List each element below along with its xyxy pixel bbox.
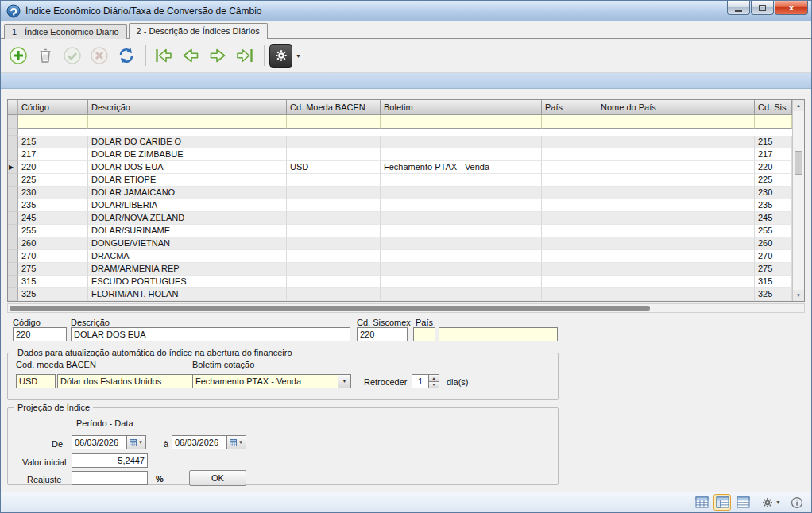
cell-cd_sis[interactable]: 255 — [755, 225, 792, 237]
cell-moeda_bacen[interactable] — [287, 288, 381, 301]
retroceder-stepper[interactable]: 1 ▲ ▼ — [412, 374, 439, 388]
cell-pais[interactable] — [542, 148, 597, 161]
cell-nome_pais[interactable] — [597, 263, 755, 276]
table-row-225[interactable]: 225DOLAR ETIOPE225 — [8, 174, 792, 187]
stepper-up-icon[interactable]: ▲ — [429, 374, 439, 382]
statusbar-settings-button[interactable]: ▼ — [761, 496, 781, 509]
cell-cd_sis[interactable]: 215 — [755, 136, 792, 148]
view-grid-button[interactable] — [693, 494, 710, 511]
cell-codigo[interactable]: 260 — [18, 237, 88, 250]
cell-cd_sis[interactable]: 230 — [755, 187, 792, 199]
column-header-boletim[interactable]: Boletim — [381, 100, 542, 115]
cell-pais[interactable] — [542, 276, 597, 288]
cell-nome_pais[interactable] — [597, 225, 755, 237]
table-row-235[interactable]: 235DOLAR/LIBERIA235 — [8, 199, 792, 212]
cell-pais[interactable] — [542, 225, 597, 237]
cell-descricao[interactable]: ESCUDO PORTUGUES — [88, 276, 287, 288]
table-row-260[interactable]: 260DONGUE/VIETNAN260 — [8, 237, 792, 250]
cell-cd_sis[interactable]: 245 — [755, 212, 792, 225]
cell-boletim[interactable] — [381, 136, 542, 148]
date-from-button[interactable]: ▼ — [127, 435, 146, 449]
cell-codigo[interactable]: 217 — [18, 148, 88, 161]
cell-descricao[interactable]: DOLAR/SURINAME — [88, 225, 287, 237]
close-button[interactable]: × — [775, 1, 808, 15]
boletim-value[interactable]: Fechamento PTAX - Venda — [192, 374, 338, 388]
cell-cd_sis[interactable]: 235 — [755, 199, 792, 212]
settings-dropdown-caret-icon[interactable]: ▼ — [296, 53, 301, 59]
table-row-245[interactable]: 245DOLAR/NOVA ZELAND245 — [8, 212, 792, 225]
filter-input-nome_pais[interactable] — [597, 115, 755, 129]
cell-pais[interactable] — [542, 212, 597, 225]
cell-moeda_bacen[interactable] — [287, 212, 381, 225]
cell-moeda_bacen[interactable]: USD — [287, 161, 381, 174]
descricao-field[interactable]: DOLAR DOS EUA — [71, 327, 350, 341]
cell-pais[interactable] — [542, 237, 597, 250]
cell-codigo[interactable]: 270 — [18, 250, 88, 263]
cell-descricao[interactable]: DRAM/ARMENIA REP — [88, 263, 287, 276]
cell-pais[interactable] — [542, 174, 597, 187]
cell-moeda_bacen[interactable] — [287, 187, 381, 199]
cell-moeda_bacen[interactable] — [287, 199, 381, 212]
cell-descricao[interactable]: DOLAR ETIOPE — [88, 174, 287, 187]
table-row-255[interactable]: 255DOLAR/SURINAME255 — [8, 225, 792, 237]
cell-boletim[interactable] — [381, 199, 542, 212]
cell-pais[interactable] — [542, 250, 597, 263]
cell-codigo[interactable]: 325 — [18, 288, 88, 301]
table-row-275[interactable]: 275DRAM/ARMENIA REP275 — [8, 263, 792, 276]
maximize-button[interactable] — [751, 1, 774, 15]
cell-codigo[interactable]: 220 — [18, 161, 88, 174]
filter-input-codigo[interactable] — [18, 115, 88, 129]
date-to-button[interactable]: ▼ — [227, 435, 246, 449]
cell-moeda_bacen[interactable] — [287, 174, 381, 187]
cell-codigo[interactable]: 230 — [18, 187, 88, 199]
cell-boletim[interactable] — [381, 212, 542, 225]
table-row-230[interactable]: 230DOLAR JAMAICANO230 — [8, 187, 792, 199]
filter-input-pais[interactable] — [542, 115, 597, 129]
vertical-scroll-thumb[interactable] — [795, 151, 802, 175]
cell-cd_sis[interactable]: 270 — [755, 250, 792, 263]
pais-code-field[interactable] — [413, 327, 435, 341]
cell-descricao[interactable]: DONGUE/VIETNAN — [88, 237, 287, 250]
vertical-scrollbar[interactable]: ▲ ▼ — [792, 100, 804, 301]
moeda-code-field[interactable]: USD — [16, 374, 56, 388]
minimize-button[interactable] — [727, 1, 750, 15]
ok-button[interactable]: OK — [189, 470, 246, 486]
cell-nome_pais[interactable] — [597, 148, 755, 161]
column-header-pais[interactable]: País — [542, 100, 597, 115]
cell-cd_sis[interactable]: 315 — [755, 276, 792, 288]
tab-descricao-indices-diarios[interactable]: 2 - Descrição de Índices Diários — [129, 23, 268, 39]
cell-nome_pais[interactable] — [597, 136, 755, 148]
cell-nome_pais[interactable] — [597, 288, 755, 301]
scroll-down-icon[interactable]: ▼ — [793, 290, 804, 301]
cell-cd_sis[interactable]: 220 — [755, 161, 792, 174]
cell-nome_pais[interactable] — [597, 212, 755, 225]
cell-boletim[interactable] — [381, 276, 542, 288]
filter-input-cd_sis[interactable] — [755, 115, 792, 129]
table-row-270[interactable]: 270DRACMA270 — [8, 250, 792, 263]
cell-pais[interactable] — [542, 263, 597, 276]
cell-descricao[interactable]: DOLAR/NOVA ZELAND — [88, 212, 287, 225]
date-to-picker[interactable]: 06/03/2026 ▼ — [172, 435, 246, 449]
cell-codigo[interactable]: 225 — [18, 174, 88, 187]
column-header-moeda_bacen[interactable]: Cd. Moeda BACEN — [287, 100, 381, 115]
date-from-value[interactable]: 06/03/2026 — [72, 435, 127, 449]
cell-descricao[interactable]: DOLAR DOS EUA — [88, 161, 287, 174]
cancel-button[interactable] — [87, 43, 112, 68]
cell-nome_pais[interactable] — [597, 187, 755, 199]
horizontal-scroll-thumb[interactable] — [10, 306, 650, 310]
cell-cd_sis[interactable]: 260 — [755, 237, 792, 250]
delete-button[interactable] — [33, 43, 58, 68]
next-record-button[interactable] — [205, 43, 230, 68]
column-header-descricao[interactable]: Descrição — [88, 100, 287, 115]
tab-indice-economico-diario[interactable]: 1 - Índice Econômico Diário — [4, 24, 127, 39]
add-button[interactable] — [6, 43, 31, 68]
scroll-up-icon[interactable]: ▲ — [793, 100, 804, 111]
cell-codigo[interactable]: 315 — [18, 276, 88, 288]
cell-pais[interactable] — [542, 187, 597, 199]
confirm-button[interactable] — [60, 43, 85, 68]
cell-nome_pais[interactable] — [597, 237, 755, 250]
view-form-button[interactable] — [734, 494, 752, 511]
cell-moeda_bacen[interactable] — [287, 263, 381, 276]
table-row-217[interactable]: 217DOLAR DE ZIMBABUE217 — [8, 148, 792, 161]
cell-descricao[interactable]: DOLAR JAMAICANO — [88, 187, 287, 199]
